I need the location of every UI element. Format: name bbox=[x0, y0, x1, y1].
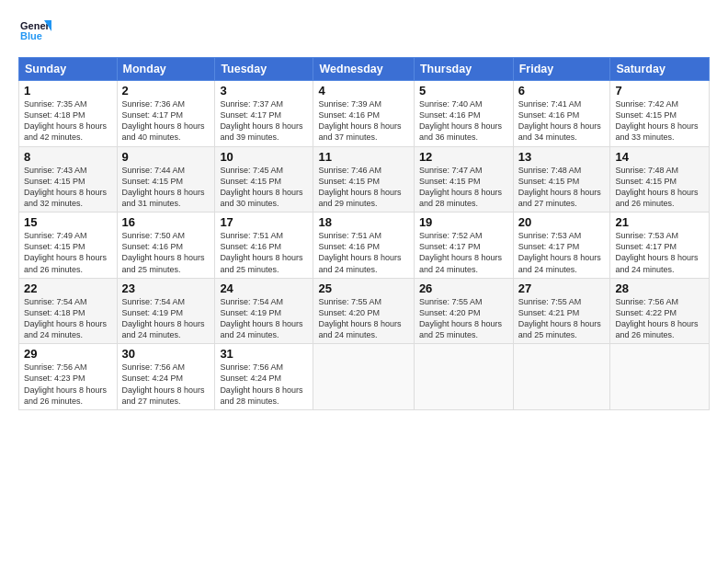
day-number: 20 bbox=[518, 215, 606, 229]
day-number: 15 bbox=[24, 215, 112, 229]
calendar-table: SundayMondayTuesdayWednesdayThursdayFrid… bbox=[18, 57, 710, 410]
calendar-cell: 31Sunrise: 7:56 AMSunset: 4:24 PMDayligh… bbox=[215, 344, 313, 410]
day-number: 23 bbox=[122, 282, 210, 295]
day-number: 8 bbox=[24, 150, 112, 164]
day-number: 1 bbox=[24, 84, 112, 98]
day-number: 19 bbox=[419, 215, 508, 229]
day-info: Sunrise: 7:54 AMSunset: 4:18 PMDaylight … bbox=[24, 296, 112, 341]
day-number: 18 bbox=[318, 215, 408, 229]
logo: General Blue bbox=[18, 15, 55, 48]
calendar-week-3: 15Sunrise: 7:49 AMSunset: 4:15 PMDayligh… bbox=[19, 213, 710, 279]
day-info: Sunrise: 7:46 AMSunset: 4:15 PMDaylight … bbox=[318, 165, 408, 210]
calendar-cell: 21Sunrise: 7:53 AMSunset: 4:17 PMDayligh… bbox=[610, 213, 710, 279]
calendar-cell: 15Sunrise: 7:49 AMSunset: 4:15 PMDayligh… bbox=[19, 213, 118, 279]
calendar-cell: 6Sunrise: 7:41 AMSunset: 4:16 PMDaylight… bbox=[513, 81, 610, 147]
calendar-cell: 16Sunrise: 7:50 AMSunset: 4:16 PMDayligh… bbox=[117, 213, 215, 279]
day-info: Sunrise: 7:56 AMSunset: 4:24 PMDaylight … bbox=[122, 362, 210, 407]
day-info: Sunrise: 7:56 AMSunset: 4:22 PMDaylight … bbox=[615, 296, 704, 341]
day-number: 17 bbox=[220, 215, 308, 229]
weekday-header-friday: Friday bbox=[513, 58, 610, 81]
day-info: Sunrise: 7:44 AMSunset: 4:15 PMDaylight … bbox=[122, 165, 210, 210]
calendar-cell bbox=[610, 344, 710, 410]
day-info: Sunrise: 7:50 AMSunset: 4:16 PMDaylight … bbox=[122, 230, 210, 275]
day-info: Sunrise: 7:51 AMSunset: 4:16 PMDaylight … bbox=[318, 230, 408, 275]
weekday-header-saturday: Saturday bbox=[610, 58, 710, 81]
calendar-cell: 11Sunrise: 7:46 AMSunset: 4:15 PMDayligh… bbox=[313, 146, 414, 213]
day-number: 28 bbox=[615, 282, 704, 295]
day-info: Sunrise: 7:51 AMSunset: 4:16 PMDaylight … bbox=[220, 230, 308, 275]
day-number: 2 bbox=[122, 84, 210, 98]
day-info: Sunrise: 7:55 AMSunset: 4:20 PMDaylight … bbox=[419, 296, 508, 341]
day-number: 21 bbox=[615, 215, 704, 229]
day-number: 27 bbox=[518, 282, 606, 295]
day-number: 16 bbox=[122, 215, 210, 229]
day-info: Sunrise: 7:56 AMSunset: 4:24 PMDaylight … bbox=[220, 362, 308, 407]
day-info: Sunrise: 7:35 AMSunset: 4:18 PMDaylight … bbox=[24, 98, 112, 144]
calendar-cell: 29Sunrise: 7:56 AMSunset: 4:23 PMDayligh… bbox=[19, 344, 118, 410]
day-number: 14 bbox=[615, 150, 704, 164]
weekday-header-tuesday: Tuesday bbox=[215, 58, 313, 81]
day-number: 3 bbox=[220, 84, 308, 98]
day-number: 5 bbox=[419, 84, 508, 98]
day-number: 7 bbox=[615, 84, 704, 98]
calendar-cell: 8Sunrise: 7:43 AMSunset: 4:15 PMDaylight… bbox=[19, 146, 118, 213]
calendar-cell: 24Sunrise: 7:54 AMSunset: 4:19 PMDayligh… bbox=[215, 278, 313, 344]
day-number: 13 bbox=[518, 150, 606, 164]
day-info: Sunrise: 7:36 AMSunset: 4:17 PMDaylight … bbox=[122, 98, 210, 144]
weekday-header-thursday: Thursday bbox=[414, 58, 513, 81]
day-number: 11 bbox=[318, 150, 408, 164]
day-info: Sunrise: 7:41 AMSunset: 4:16 PMDaylight … bbox=[518, 98, 606, 144]
day-number: 24 bbox=[220, 282, 308, 295]
calendar-cell: 20Sunrise: 7:53 AMSunset: 4:17 PMDayligh… bbox=[513, 213, 610, 279]
day-info: Sunrise: 7:43 AMSunset: 4:15 PMDaylight … bbox=[24, 165, 112, 210]
day-info: Sunrise: 7:45 AMSunset: 4:15 PMDaylight … bbox=[220, 165, 308, 210]
day-number: 29 bbox=[24, 347, 112, 361]
calendar-cell: 7Sunrise: 7:42 AMSunset: 4:15 PMDaylight… bbox=[610, 81, 710, 147]
day-number: 26 bbox=[419, 282, 508, 295]
day-info: Sunrise: 7:55 AMSunset: 4:21 PMDaylight … bbox=[518, 296, 606, 341]
calendar-cell: 19Sunrise: 7:52 AMSunset: 4:17 PMDayligh… bbox=[414, 213, 513, 279]
logo-icon: General Blue bbox=[18, 15, 51, 48]
day-info: Sunrise: 7:54 AMSunset: 4:19 PMDaylight … bbox=[220, 296, 308, 341]
calendar-cell: 1Sunrise: 7:35 AMSunset: 4:18 PMDaylight… bbox=[19, 81, 118, 147]
day-number: 25 bbox=[318, 282, 408, 295]
day-number: 10 bbox=[220, 150, 308, 164]
day-info: Sunrise: 7:39 AMSunset: 4:16 PMDaylight … bbox=[318, 98, 408, 144]
calendar-cell: 25Sunrise: 7:55 AMSunset: 4:20 PMDayligh… bbox=[313, 278, 414, 344]
calendar-cell: 27Sunrise: 7:55 AMSunset: 4:21 PMDayligh… bbox=[513, 278, 610, 344]
calendar-cell: 14Sunrise: 7:48 AMSunset: 4:15 PMDayligh… bbox=[610, 146, 710, 213]
calendar-cell: 23Sunrise: 7:54 AMSunset: 4:19 PMDayligh… bbox=[117, 278, 215, 344]
day-info: Sunrise: 7:47 AMSunset: 4:15 PMDaylight … bbox=[419, 165, 508, 210]
day-number: 12 bbox=[419, 150, 508, 164]
calendar-cell: 28Sunrise: 7:56 AMSunset: 4:22 PMDayligh… bbox=[610, 278, 710, 344]
weekday-header-monday: Monday bbox=[117, 58, 215, 81]
header: General Blue bbox=[18, 15, 710, 48]
day-info: Sunrise: 7:48 AMSunset: 4:15 PMDaylight … bbox=[615, 165, 704, 210]
day-info: Sunrise: 7:42 AMSunset: 4:15 PMDaylight … bbox=[615, 98, 704, 144]
day-number: 22 bbox=[24, 282, 112, 295]
day-number: 6 bbox=[518, 84, 606, 98]
day-info: Sunrise: 7:53 AMSunset: 4:17 PMDaylight … bbox=[615, 230, 704, 275]
day-number: 9 bbox=[122, 150, 210, 164]
day-info: Sunrise: 7:54 AMSunset: 4:19 PMDaylight … bbox=[122, 296, 210, 341]
calendar-cell: 12Sunrise: 7:47 AMSunset: 4:15 PMDayligh… bbox=[414, 146, 513, 213]
calendar-cell: 30Sunrise: 7:56 AMSunset: 4:24 PMDayligh… bbox=[117, 344, 215, 410]
weekday-header-wednesday: Wednesday bbox=[313, 58, 414, 81]
day-number: 31 bbox=[220, 347, 308, 361]
calendar-cell: 10Sunrise: 7:45 AMSunset: 4:15 PMDayligh… bbox=[215, 146, 313, 213]
calendar-cell: 2Sunrise: 7:36 AMSunset: 4:17 PMDaylight… bbox=[117, 81, 215, 147]
day-number: 4 bbox=[318, 84, 408, 98]
weekday-header-sunday: Sunday bbox=[19, 58, 118, 81]
calendar-week-1: 1Sunrise: 7:35 AMSunset: 4:18 PMDaylight… bbox=[19, 81, 710, 147]
calendar-cell: 3Sunrise: 7:37 AMSunset: 4:17 PMDaylight… bbox=[215, 81, 313, 147]
calendar-cell: 17Sunrise: 7:51 AMSunset: 4:16 PMDayligh… bbox=[215, 213, 313, 279]
day-info: Sunrise: 7:56 AMSunset: 4:23 PMDaylight … bbox=[24, 362, 112, 407]
calendar-cell bbox=[313, 344, 414, 410]
day-info: Sunrise: 7:52 AMSunset: 4:17 PMDaylight … bbox=[419, 230, 508, 275]
day-info: Sunrise: 7:40 AMSunset: 4:16 PMDaylight … bbox=[419, 98, 508, 144]
calendar-cell bbox=[414, 344, 513, 410]
calendar-cell: 5Sunrise: 7:40 AMSunset: 4:16 PMDaylight… bbox=[414, 81, 513, 147]
day-info: Sunrise: 7:53 AMSunset: 4:17 PMDaylight … bbox=[518, 230, 606, 275]
page: General Blue SundayMondayTuesdayWednesda… bbox=[0, 0, 728, 563]
calendar-cell: 13Sunrise: 7:48 AMSunset: 4:15 PMDayligh… bbox=[513, 146, 610, 213]
